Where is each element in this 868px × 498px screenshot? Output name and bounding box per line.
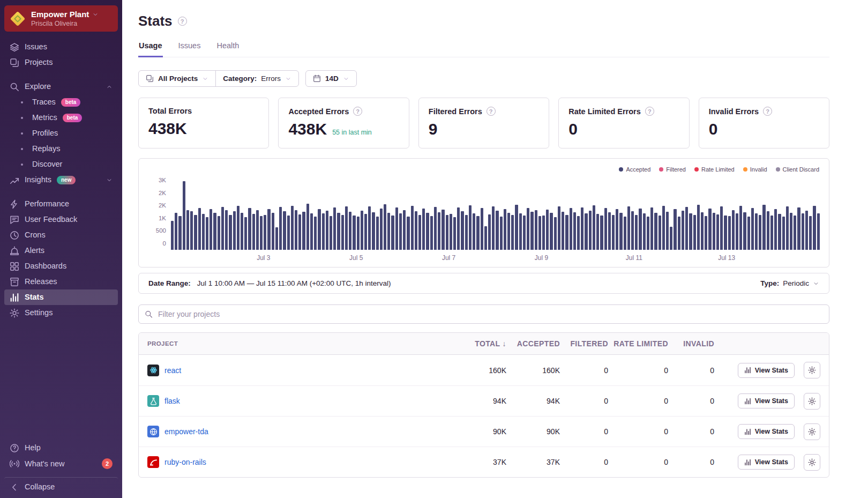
invalid-value: 0: [668, 458, 714, 466]
category-filter-button[interactable]: Category: Errors: [216, 71, 298, 86]
project-search-input[interactable]: [138, 304, 829, 324]
project-filter-button[interactable]: All Projects: [139, 71, 215, 86]
tab-usage[interactable]: Usage: [138, 41, 163, 57]
chart-bar: [264, 215, 266, 250]
card-invalid-errors: Invalid Errors 0: [699, 98, 829, 148]
sidebar-item-dashboards[interactable]: Dashboards: [4, 258, 118, 274]
column-header-filtered[interactable]: FILTERED: [560, 339, 608, 348]
chart-bar: [399, 213, 402, 250]
column-header-total[interactable]: TOTAL ↓: [453, 339, 506, 348]
chart-bar: [279, 207, 282, 250]
page-filter-group: All Projects Category: Errors: [138, 70, 299, 87]
project-settings-button[interactable]: [804, 423, 820, 440]
sidebar-item-discover[interactable]: Discover: [4, 157, 118, 172]
sidebar-item-crons[interactable]: Crons: [4, 227, 118, 243]
help-icon[interactable]: [763, 107, 772, 116]
legend-item-accepted[interactable]: Accepted: [619, 166, 650, 173]
invalid-value: 0: [668, 366, 714, 375]
sidebar-item-help[interactable]: Help: [4, 440, 118, 456]
title-help-icon[interactable]: [178, 17, 187, 26]
sidebar-item-performance[interactable]: Performance: [4, 196, 118, 212]
sidebar-item-profiles[interactable]: Profiles: [4, 125, 118, 141]
sidebar-collapse-button[interactable]: Collapse: [4, 477, 118, 495]
view-stats-button[interactable]: View Stats: [738, 424, 795, 439]
column-header-invalid[interactable]: INVALID: [668, 339, 714, 348]
chart-bar: [298, 214, 301, 250]
chart-bar: [530, 212, 533, 250]
sidebar-item-traces[interactable]: Tracesbeta: [4, 94, 118, 110]
chart-bar: [507, 213, 510, 250]
project-link[interactable]: react: [164, 366, 181, 375]
interval-type-label: Type:: [760, 279, 779, 287]
usage-chart-panel: AcceptedFilteredRate LimitedInvalidClien…: [138, 158, 829, 267]
chart-bar: [314, 217, 317, 250]
row-settings: [795, 393, 820, 410]
sidebar-item-explore[interactable]: Explore: [4, 79, 118, 94]
date-filter-value: 14D: [325, 75, 339, 83]
project-settings-button[interactable]: [804, 393, 820, 410]
tab-issues[interactable]: Issues: [178, 41, 201, 57]
sidebar-item-label: Projects: [25, 57, 53, 68]
column-header-accepted[interactable]: ACCEPTED: [506, 339, 560, 348]
chart-bar: [616, 209, 618, 250]
chart-bar: [797, 207, 800, 250]
org-switcher[interactable]: Empower Plant Priscila Oliveira: [4, 5, 118, 32]
sidebar-item-metrics[interactable]: Metricsbeta: [4, 110, 118, 125]
chart-bar: [674, 209, 676, 250]
table-row: react160K160K000View Stats: [139, 355, 829, 385]
sidebar-item-projects[interactable]: Projects: [4, 55, 118, 70]
column-header-project[interactable]: PROJECT: [147, 340, 453, 347]
beta-badge: beta: [61, 98, 81, 107]
date-range-filter-button[interactable]: 14D: [305, 70, 357, 87]
help-icon[interactable]: [487, 107, 496, 116]
project-settings-button[interactable]: [804, 454, 820, 471]
invalid-value: 0: [668, 397, 714, 405]
chart-bar: [291, 206, 294, 250]
sidebar-item-alerts[interactable]: Alerts: [4, 243, 118, 258]
sidebar-item-label: Replays: [32, 144, 60, 154]
column-header-rate-limited[interactable]: RATE LIMITED: [608, 339, 668, 348]
sidebar-item-issues[interactable]: Issues: [4, 39, 118, 55]
help-icon[interactable]: [645, 107, 654, 116]
project-link[interactable]: ruby-on-rails: [164, 458, 206, 466]
view-stats-button[interactable]: View Stats: [738, 455, 795, 470]
sidebar-item-releases[interactable]: Releases: [4, 274, 118, 289]
row-actions: View Stats: [714, 455, 795, 470]
chart-bar: [523, 215, 526, 250]
sidebar-item-label: Settings: [25, 308, 53, 318]
legend-item-client-discard[interactable]: Client Discard: [776, 166, 819, 173]
chart-bar: [206, 217, 208, 250]
card-subtext: 55 in last min: [332, 129, 372, 136]
project-link[interactable]: empower-tda: [164, 427, 208, 436]
sidebar-item-whats-new[interactable]: What's new 2: [4, 456, 118, 472]
help-icon: [10, 443, 19, 453]
help-icon[interactable]: [353, 107, 362, 116]
view-stats-button[interactable]: View Stats: [738, 393, 795, 408]
chart-plot-area: Jul 3Jul 5Jul 7Jul 9Jul 11Jul 13: [171, 180, 819, 264]
chart-bar: [689, 213, 692, 250]
chart-bar: [453, 217, 456, 250]
stats-icon: [10, 293, 19, 302]
date-range-value: Jul 1 10:00 AM — Jul 15 11:00 AM (+02:00…: [197, 279, 391, 287]
flask-icon: [147, 395, 159, 407]
tab-health[interactable]: Health: [216, 41, 240, 57]
bullet-dot-icon: [21, 148, 23, 150]
sidebar-item-label: Dashboards: [25, 261, 66, 271]
chart-bar: [817, 213, 820, 250]
accepted-value: 160K: [506, 366, 560, 375]
project-link[interactable]: flask: [164, 397, 180, 405]
sidebar-item-replays[interactable]: Replays: [4, 141, 118, 157]
chart-bar: [190, 211, 193, 250]
legend-item-filtered[interactable]: Filtered: [659, 166, 686, 173]
project-settings-button[interactable]: [804, 362, 820, 378]
sidebar-item-user-feedback[interactable]: User Feedback: [4, 212, 118, 227]
sidebar-item-settings[interactable]: Settings: [4, 305, 118, 321]
sidebar-item-insights[interactable]: Insightsnew: [4, 172, 118, 188]
sidebar-item-stats[interactable]: Stats: [4, 289, 118, 305]
view-stats-button[interactable]: View Stats: [738, 363, 795, 378]
chart-y-axis: 3K2K2K1K5000: [148, 177, 171, 247]
legend-item-invalid[interactable]: Invalid: [743, 166, 767, 173]
page-title-text: Stats: [138, 13, 173, 29]
interval-type-dropdown[interactable]: Type: Periodic: [760, 279, 819, 287]
legend-item-rate-limited[interactable]: Rate Limited: [694, 166, 735, 173]
